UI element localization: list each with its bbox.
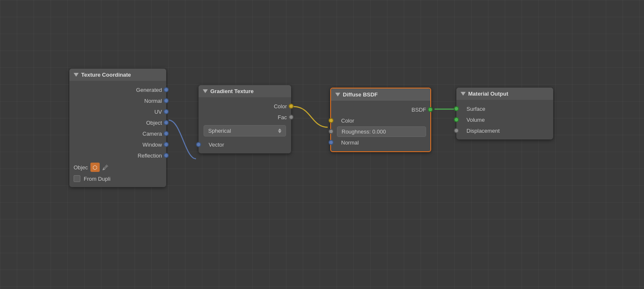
collapse-icon-diffuse (335, 93, 340, 96)
socket-color-out[interactable] (289, 104, 294, 109)
socket-row-normal: Normal (69, 95, 166, 106)
socket-row-fac: Fac (199, 112, 291, 123)
socket-row-displacement: Displacement (456, 125, 553, 136)
node-material-output-title: Material Output (468, 91, 508, 97)
node-texture-coordinate-header: Texture Coordinate (69, 69, 166, 81)
node-diffuse-bsdf-header: Diffuse BSDF (331, 88, 430, 101)
node-material-output[interactable]: Material Output Surface Volume Displacem… (456, 88, 553, 139)
socket-bsdf[interactable] (428, 107, 433, 112)
node-texture-coordinate-title: Texture Coordinate (81, 72, 131, 78)
roughness-label-text: Roughness: (342, 128, 372, 135)
socket-color-in[interactable] (329, 118, 334, 123)
socket-row-reflection: Reflection (69, 150, 166, 161)
normal-label: Normal (144, 98, 162, 104)
node-diffuse-bsdf-body: BSDF Color Roughness: 0.000 Normal (331, 101, 430, 151)
reflection-label: Reflection (138, 153, 162, 159)
fac-label: Fac (278, 114, 287, 120)
node-texture-coordinate[interactable]: Texture Coordinate Generated Normal UV O… (69, 69, 166, 187)
displacement-label: Displacement (462, 128, 500, 134)
gradient-type-dropdown[interactable]: Spherical (204, 125, 286, 136)
volume-label: Volume (462, 117, 485, 123)
collapse-icon-gradient (203, 89, 208, 93)
socket-object[interactable] (164, 120, 169, 125)
connection-color-color (294, 107, 328, 127)
socket-normal-in[interactable] (329, 140, 334, 145)
node-material-output-header: Material Output (456, 88, 553, 100)
arrow-up-icon (278, 128, 281, 131)
socket-row-bsdf: BSDF (331, 104, 430, 115)
arrow-down-icon (278, 131, 281, 133)
object-icon[interactable] (90, 163, 100, 172)
objec-label: Objec (74, 164, 88, 171)
object-label: Object (146, 120, 162, 126)
node-gradient-texture-header: Gradient Texture (199, 85, 291, 97)
connection-uv-vector (169, 120, 196, 159)
dropdown-arrows (278, 128, 281, 133)
socket-row-volume: Volume (456, 114, 553, 125)
roughness-value: 0.000 (372, 128, 386, 135)
socket-window[interactable] (164, 142, 169, 147)
socket-row-vector-in: Vector (199, 139, 291, 150)
vector-in-label: Vector (204, 142, 224, 148)
node-gradient-texture[interactable]: Gradient Texture Color Fac Spherical (199, 85, 291, 153)
socket-normal[interactable] (164, 98, 169, 103)
socket-uv[interactable] (164, 109, 169, 114)
collapse-icon (74, 73, 79, 77)
node-gradient-texture-title: Gradient Texture (210, 88, 254, 94)
color-in-label: Color (337, 118, 354, 124)
uv-label: UV (154, 109, 162, 115)
node-diffuse-bsdf[interactable]: Diffuse BSDF BSDF Color Roughness: 0.000 (330, 88, 431, 152)
node-diffuse-bsdf-title: Diffuse BSDF (343, 91, 378, 98)
socket-row-uv: UV (69, 106, 166, 117)
socket-row-color-out: Color (199, 101, 291, 112)
socket-row-window: Window (69, 139, 166, 150)
socket-row-camera: Camera (69, 128, 166, 139)
roughness-field[interactable]: Roughness: 0.000 (337, 126, 426, 137)
socket-row-generated: Generated (69, 84, 166, 95)
socket-row-color-in: Color (331, 115, 430, 126)
node-canvas: Texture Coordinate Generated Normal UV O… (0, 0, 644, 289)
socket-camera[interactable] (164, 131, 169, 136)
socket-generated[interactable] (164, 87, 169, 92)
socket-roughness[interactable] (329, 129, 334, 134)
generated-label: Generated (136, 87, 162, 93)
bsdf-label: BSDF (411, 107, 426, 113)
surface-label: Surface (462, 106, 485, 112)
socket-row-normal-in: Normal (331, 137, 430, 148)
socket-row-object: Object (69, 117, 166, 128)
socket-fac[interactable] (289, 115, 294, 120)
socket-vector-in[interactable] (196, 142, 201, 147)
collapse-icon-material (461, 92, 466, 96)
socket-volume[interactable] (454, 117, 459, 122)
from-dupli-label: From Dupli (84, 176, 111, 182)
object-picker-row: Objec 🖉 (69, 161, 166, 174)
socket-row-surface: Surface (456, 103, 553, 114)
socket-displacement[interactable] (454, 128, 459, 133)
socket-row-roughness: Roughness: 0.000 (331, 126, 430, 137)
window-label: Window (143, 142, 162, 148)
socket-surface[interactable] (454, 106, 459, 111)
from-dupli-row: From Dupli (69, 174, 166, 184)
color-out-label: Color (274, 103, 287, 110)
normal-in-label: Normal (337, 139, 359, 146)
node-gradient-texture-body: Color Fac Spherical Vector (199, 97, 291, 153)
node-material-output-body: Surface Volume Displacement (456, 100, 553, 139)
from-dupli-checkbox[interactable] (74, 175, 80, 182)
eyedropper-icon[interactable]: 🖉 (102, 164, 109, 171)
node-texture-coordinate-body: Generated Normal UV Object Camera Window (69, 81, 166, 187)
socket-reflection[interactable] (164, 153, 169, 158)
gradient-type-value: Spherical (208, 128, 231, 134)
camera-label: Camera (143, 131, 162, 137)
